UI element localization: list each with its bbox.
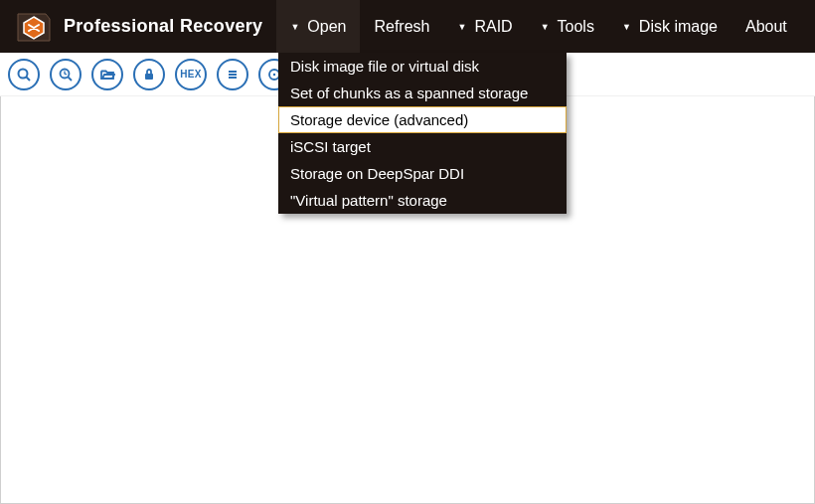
menu-label: About: [745, 18, 787, 36]
menu-disk-image[interactable]: ▼ Disk image: [608, 0, 732, 53]
app-brand: Professional Recovery: [0, 0, 276, 53]
open-dropdown-item[interactable]: Storage device (advanced): [278, 106, 567, 133]
svg-point-1: [19, 69, 28, 78]
menu-raid[interactable]: ▼ RAID: [443, 0, 526, 53]
svg-point-10: [273, 73, 275, 75]
menu-label: Refresh: [374, 18, 429, 36]
app-logo-icon: [14, 7, 54, 47]
chevron-down-icon: ▼: [290, 22, 299, 32]
menu-tools[interactable]: ▼ Tools: [527, 0, 608, 53]
menu-open[interactable]: ▼ Open: [276, 0, 360, 53]
menu-about[interactable]: About: [732, 0, 801, 53]
open-dropdown-item[interactable]: Set of chunks as a spanned storage: [278, 80, 567, 106]
open-dropdown-item[interactable]: "Virtual pattern" storage: [278, 187, 567, 214]
hex-icon[interactable]: HEX: [175, 59, 207, 90]
open-dropdown-item[interactable]: Disk image file or virtual disk: [278, 53, 567, 80]
menu-items: ▼ Open Refresh ▼ RAID ▼ Tools ▼ Disk ima…: [276, 0, 800, 53]
menu-label: Tools: [558, 18, 594, 36]
menubar: Professional Recovery ▼ Open Refresh ▼ R…: [0, 0, 815, 53]
hex-label: HEX: [180, 69, 201, 80]
svg-line-4: [69, 77, 73, 81]
search-icon[interactable]: [8, 59, 40, 90]
open-dropdown-item[interactable]: Storage on DeepSpar DDI: [278, 160, 567, 187]
search-clock-icon[interactable]: [50, 59, 82, 90]
chevron-down-icon: ▼: [622, 22, 631, 32]
lock-icon[interactable]: [133, 59, 165, 90]
menu-label: RAID: [474, 18, 512, 36]
menu-label: Open: [307, 18, 346, 36]
list-icon[interactable]: [217, 59, 248, 90]
app-title: Professional Recovery: [64, 16, 262, 37]
menu-refresh[interactable]: Refresh: [360, 0, 443, 53]
svg-rect-5: [145, 74, 153, 80]
open-dropdown: Disk image file or virtual diskSet of ch…: [278, 53, 567, 214]
svg-line-2: [27, 77, 31, 81]
menu-label: Disk image: [639, 18, 718, 36]
open-dropdown-item[interactable]: iSCSI target: [278, 133, 567, 160]
folder-open-icon[interactable]: [91, 59, 123, 90]
chevron-down-icon: ▼: [541, 22, 550, 32]
chevron-down-icon: ▼: [457, 22, 466, 32]
